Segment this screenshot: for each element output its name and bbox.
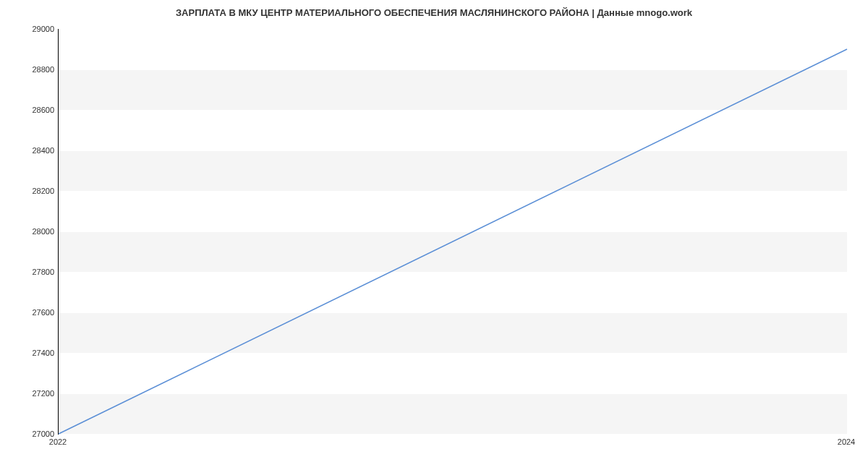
y-tick-label: 28800 [25, 65, 54, 74]
plot-area [58, 29, 847, 435]
x-tick-label: 2022 [49, 437, 67, 446]
y-tick-label: 28000 [25, 227, 54, 236]
chart-title: ЗАРПЛАТА В МКУ ЦЕНТР МАТЕРИАЛЬНОГО ОБЕСП… [0, 0, 868, 22]
line-series [59, 29, 847, 434]
y-tick-label: 28200 [25, 187, 54, 195]
x-tick-label: 2024 [838, 437, 855, 446]
y-tick-label: 27200 [25, 389, 54, 398]
gridline [59, 434, 847, 435]
y-tick-label: 27800 [25, 268, 54, 276]
chart-container: ЗАРПЛАТА В МКУ ЦЕНТР МАТЕРИАЛЬНОГО ОБЕСП… [0, 0, 868, 470]
y-tick-label: 27600 [25, 308, 54, 317]
y-tick-label: 28600 [25, 106, 54, 114]
y-tick-label: 27400 [25, 349, 54, 357]
y-tick-label: 28400 [25, 146, 54, 155]
y-tick-label: 29000 [25, 25, 54, 33]
